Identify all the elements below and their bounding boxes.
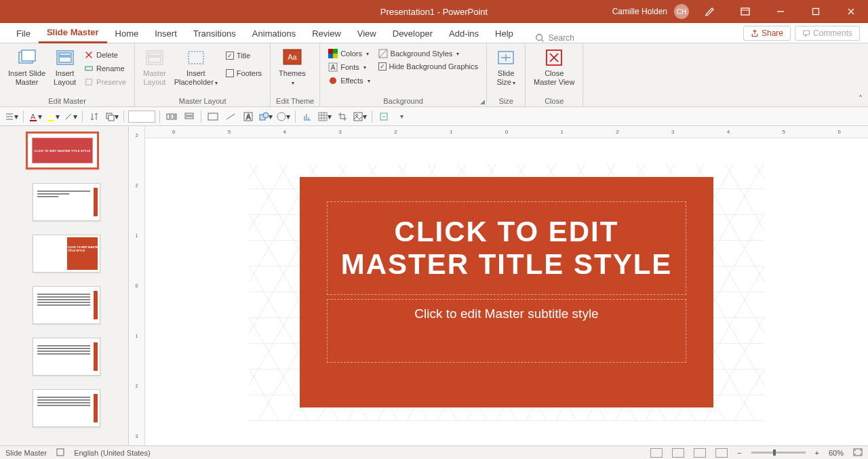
background-styles-button[interactable]: Background Styles▾ (376, 47, 481, 60)
themes-button[interactable]: Aa Themes▾ (276, 46, 309, 87)
slide-size-button[interactable]: Slide Size▾ (492, 46, 519, 87)
selection-pane-icon[interactable] (376, 110, 391, 123)
more-icon[interactable]: ▾ (394, 110, 409, 123)
delete-button[interactable]: Delete (81, 49, 129, 61)
fonts-button[interactable]: AFonts▾ (326, 61, 372, 73)
tab-developer[interactable]: Developer (384, 24, 441, 43)
tab-transitions[interactable]: Transitions (185, 24, 244, 43)
preserve-button[interactable]: Preserve (81, 76, 129, 88)
app-title: Presentation1 - PowerPoint (380, 7, 488, 17)
ribbon-display-icon[interactable] (731, 0, 760, 23)
tab-home[interactable]: Home (107, 24, 147, 43)
hide-background-checkbox[interactable]: ✓Hide Background Graphics (376, 61, 481, 72)
distribute-h-icon[interactable] (164, 110, 179, 123)
user-name[interactable]: Camille Holden (612, 7, 667, 16)
tab-review[interactable]: Review (304, 24, 349, 43)
tab-addins[interactable]: Add-ins (441, 24, 487, 43)
share-label: Share (762, 28, 783, 38)
minimize-button[interactable] (766, 0, 795, 23)
formatting-toolbar: ▾ A▾ ▾ ▾ ▾ A ▾ ▾ ▾ ▾ ▾ (0, 107, 868, 126)
thumbnail-layout-1[interactable] (33, 183, 100, 221)
chevron-down-icon: ▾ (292, 80, 294, 86)
zoom-slider[interactable] (751, 452, 806, 454)
close-master-view-button[interactable]: Close Master View (531, 46, 577, 87)
table-icon[interactable]: ▾ (317, 110, 332, 123)
chart-icon[interactable] (300, 110, 315, 123)
user-avatar[interactable]: CH (674, 4, 689, 19)
insert-layout-button[interactable]: Insert Layout (51, 46, 79, 87)
slide-editor: 3210123 6543210123456 Click to edit Mast… (129, 126, 868, 445)
background-dialog-launcher[interactable]: ◢ (480, 98, 485, 105)
picture-icon[interactable]: ▾ (353, 110, 368, 123)
tab-help[interactable]: Help (487, 24, 521, 43)
thumbnail-layout-4[interactable] (33, 338, 100, 376)
title-checkbox[interactable]: ✓Title (223, 50, 264, 61)
status-mode: Slide Master (5, 449, 47, 457)
placeholder-icon (186, 47, 206, 68)
tab-view[interactable]: View (349, 24, 384, 43)
crop-icon[interactable] (335, 110, 350, 123)
distribute-v-icon[interactable] (182, 110, 197, 123)
thumbnail-master[interactable]: CLICK TO EDIT MASTER TITLE STYLE (26, 132, 99, 169)
accessibility-icon[interactable] (56, 448, 64, 458)
status-bar: Slide Master English (United States) − +… (0, 445, 868, 459)
svg-rect-35 (185, 113, 193, 115)
tell-me-search[interactable]: Search (521, 33, 588, 43)
thumbnail-layout-3[interactable] (33, 286, 100, 324)
shape-style-box[interactable] (128, 111, 155, 123)
line-shape-icon[interactable] (223, 110, 238, 123)
group-size-label: Size (492, 96, 519, 105)
tab-insert[interactable]: Insert (146, 24, 185, 43)
ribbon-tabs: File Slide Master Home Insert Transition… (0, 23, 868, 43)
svg-rect-10 (86, 79, 92, 85)
normal-view-button[interactable] (650, 448, 663, 458)
textbox-icon[interactable]: A (241, 110, 256, 123)
tab-file[interactable]: File (8, 24, 39, 43)
footers-checkbox[interactable]: Footers (223, 68, 264, 79)
align-button[interactable]: ▾ (4, 110, 19, 123)
slide-content-box[interactable]: Click to edit Master title style Click t… (300, 177, 713, 407)
shapes-gallery-icon[interactable]: ▾ (258, 110, 273, 123)
pen-icon[interactable] (696, 0, 724, 23)
thumbnail-layout-5[interactable] (33, 389, 100, 427)
insert-slide-master-button[interactable]: Insert Slide Master (5, 46, 48, 87)
insert-placeholder-button[interactable]: Insert Placeholder▾ (172, 46, 220, 87)
svg-rect-31 (108, 115, 114, 121)
slideshow-view-button[interactable] (715, 448, 728, 458)
close-button[interactable] (837, 0, 865, 23)
slide-master-icon (17, 47, 37, 68)
svg-rect-47 (57, 449, 64, 456)
share-button[interactable]: Share (743, 26, 791, 41)
horizontal-ruler: 6543210123456 (145, 126, 868, 138)
status-language[interactable]: English (United States) (74, 449, 151, 457)
title-placeholder[interactable]: Click to edit Master title style (327, 201, 686, 296)
colors-button[interactable]: Colors▾ (326, 47, 372, 60)
slide-thumbnails-panel[interactable]: CLICK TO EDIT MASTER TITLE STYLE CLICK T… (0, 126, 129, 445)
font-color-button[interactable]: A▾ (28, 110, 43, 123)
tab-slide-master[interactable]: Slide Master (39, 23, 107, 43)
sort-button[interactable] (87, 110, 102, 123)
maximize-button[interactable] (802, 0, 830, 23)
symbol-icon[interactable]: ▾ (276, 110, 291, 123)
slide-background: Click to edit Master title style Click t… (249, 163, 764, 421)
subtitle-placeholder[interactable]: Click to edit Master subtitle style (327, 299, 686, 363)
thumbnail-layout-2[interactable]: CLICK TO EDIT MASTERTITLE STYLE (33, 235, 100, 273)
effects-button[interactable]: Effects▾ (326, 75, 372, 87)
outline-color-button[interactable]: ▾ (63, 110, 78, 123)
fill-color-button[interactable]: ▾ (45, 110, 60, 123)
collapse-ribbon-button[interactable]: ˄ (859, 94, 863, 104)
zoom-level[interactable]: 60% (829, 449, 844, 457)
reading-view-button[interactable] (694, 448, 706, 458)
comments-button[interactable]: Comments (795, 26, 860, 41)
fit-to-window-button[interactable] (853, 448, 863, 458)
sorter-view-button[interactable] (672, 448, 684, 458)
rectangle-shape-icon[interactable] (205, 110, 220, 123)
master-layout-button[interactable]: Master Layout (140, 46, 169, 87)
slide-canvas[interactable]: Click to edit Master title style Click t… (145, 138, 868, 445)
arrange-button[interactable]: ▾ (104, 110, 119, 123)
zoom-in-button[interactable]: + (815, 449, 819, 457)
zoom-out-button[interactable]: − (737, 449, 741, 457)
tab-animations[interactable]: Animations (244, 24, 304, 43)
rename-button[interactable]: Rename (81, 62, 129, 75)
title-bar: Presentation1 - PowerPoint Camille Holde… (0, 0, 868, 23)
